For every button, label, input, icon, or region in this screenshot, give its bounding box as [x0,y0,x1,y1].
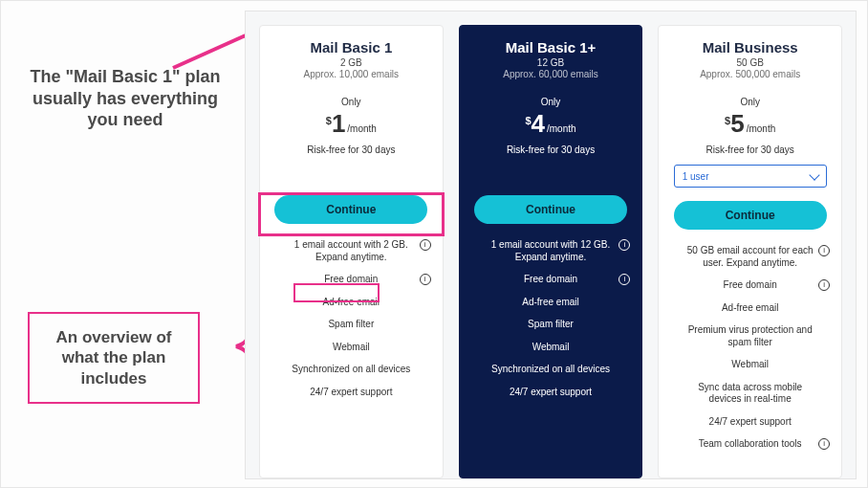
plan-approx: Approx. 10,000 emails [304,69,400,79]
info-icon[interactable]: i [818,279,830,291]
plan-name: Mail Basic 1+ [506,39,597,55]
price-value: 4 [532,109,545,139]
price-row: $ 5 /month [725,109,775,139]
risk-free-label: Risk-free for 30 days [706,144,794,155]
feature-text: Synchronized on all devices [292,364,410,374]
feature-item: Free domaini [469,274,633,286]
feature-text: Ad-free email [323,297,380,307]
plan-approx: Approx. 500,000 emails [700,69,800,79]
feature-text: 24/7 expert support [709,416,792,427]
feature-text: Free domain [324,274,378,284]
feature-item: Synchronized on all devices [270,364,433,376]
feature-text: 24/7 expert support [310,387,392,397]
feature-item: 1 email account with 2 GB. Expand anytim… [270,239,433,263]
feature-text: Free domain [724,279,777,290]
chevron-down-icon [809,169,819,180]
feature-text: Free domain [524,274,577,284]
info-icon[interactable]: i [420,239,431,251]
info-icon[interactable]: i [818,245,830,256]
plan-card-business: Mail Business 50 GB Approx. 500,000 emai… [658,25,842,478]
pricing-panel: Mail Basic 1 2 GB Approx. 10,000 emails … [245,11,857,479]
feature-item: Free domaini [270,274,433,286]
feature-item: Synchronized on all devices [469,364,633,376]
plan-card-basic1plus: Mail Basic 1+ 12 GB Approx. 60,000 email… [459,25,643,478]
continue-button[interactable]: Continue [674,201,827,230]
risk-free-label: Risk-free for 30 days [307,144,395,155]
feature-item: Webmail [270,342,433,354]
feature-list: 1 email account with 2 GB. Expand anytim… [270,239,433,398]
price-value: 5 [730,109,744,139]
feature-item: 1 email account with 12 GB. Expand anyti… [469,239,633,263]
only-label: Only [740,97,760,107]
feature-text: Ad-free email [522,297,578,307]
feature-text: Ad-free email [722,302,778,313]
feature-text: 50 GB email account for each user. Expan… [687,245,814,268]
only-label: Only [341,97,361,107]
feature-item: Ad-free email [270,297,433,309]
feature-item: 24/7 expert support [270,387,433,399]
feature-text: Spam filter [528,319,574,329]
only-label: Only [541,97,561,107]
feature-item: 50 GB email account for each user. Expan… [668,245,832,269]
info-icon[interactable]: i [618,274,630,285]
feature-item: 24/7 expert support [469,387,633,399]
risk-free-label: Risk-free for 30 days [507,144,595,155]
feature-text: Webmail [532,342,570,352]
feature-text: Webmail [333,342,370,352]
feature-text: Spam filter [328,319,374,329]
feature-text: Synchronized on all devices [491,364,610,374]
info-icon[interactable]: i [818,438,830,450]
currency: $ [326,115,332,126]
feature-item: Free domaini [668,279,832,292]
feature-item: Spam filter [469,319,633,331]
feature-item: Webmail [668,359,832,371]
per-label: /month [747,123,776,134]
info-icon[interactable]: i [618,239,630,251]
plan-card-basic1: Mail Basic 1 2 GB Approx. 10,000 emails … [259,25,444,478]
plan-name: Mail Basic 1 [310,39,392,55]
feature-text: Team collaboration tools [699,438,802,449]
plan-name: Mail Business [703,39,798,55]
annotation-callout-features: An overview of what the plan includes [28,312,200,404]
feature-item: Ad-free email [668,302,832,315]
feature-text: Webmail [731,359,769,369]
continue-button[interactable]: Continue [474,195,627,224]
feature-text: 1 email account with 2 GB. Expand anytim… [294,239,408,262]
currency: $ [525,115,531,126]
feature-text: 1 email account with 12 GB. Expand anyti… [491,239,611,262]
info-icon[interactable]: i [420,274,431,285]
per-label: /month [347,123,377,134]
price-row: $ 4 /month [525,109,575,139]
continue-button[interactable]: Continue [274,195,427,224]
feature-list: 1 email account with 12 GB. Expand anyti… [469,239,633,398]
feature-item: Premium virus protection and spam filter [668,324,832,348]
feature-item: Webmail [469,342,633,354]
feature-text: 24/7 expert support [510,387,592,397]
canvas: The "Mail Basic 1" plan usually has ever… [0,0,868,488]
feature-item: Team collaboration toolsi [668,438,832,451]
feature-item: Spam filter [270,319,433,331]
user-count-value: 1 user [683,171,709,182]
feature-item: Sync data across mobile devices in real-… [668,382,832,406]
user-count-select[interactable]: 1 user [674,165,827,188]
feature-item: Ad-free email [469,297,633,309]
plan-storage: 12 GB [537,57,564,68]
plan-approx: Approx. 60,000 emails [503,69,598,79]
plan-storage: 50 GB [737,57,764,68]
price-value: 1 [332,109,345,139]
currency: $ [725,115,730,126]
feature-list: 50 GB email account for each user. Expan… [668,245,832,451]
feature-item: 24/7 expert support [668,416,832,429]
feature-text: Premium virus protection and spam filter [688,324,813,347]
feature-text: Sync data across mobile devices in real-… [698,382,802,405]
price-row: $ 1 /month [326,109,377,139]
per-label: /month [547,123,576,134]
plan-storage: 2 GB [340,57,362,68]
